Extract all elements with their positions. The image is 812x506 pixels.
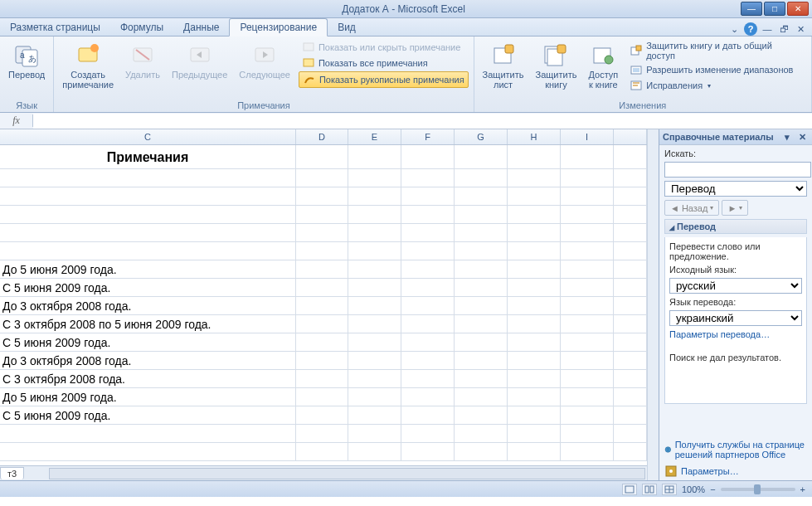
cell[interactable] <box>561 443 614 460</box>
tab-page-layout[interactable]: Разметка страницы <box>0 19 110 36</box>
cell[interactable] <box>348 187 401 205</box>
cell[interactable] <box>508 242 561 260</box>
cell[interactable] <box>614 297 647 314</box>
cell[interactable]: С 5 июня 2009 года. <box>0 333 296 351</box>
cell[interactable] <box>401 315 455 333</box>
cell[interactable] <box>296 406 348 424</box>
share-book-button[interactable]: Доступ к книге <box>585 40 621 91</box>
cell[interactable] <box>614 352 647 369</box>
cell[interactable] <box>348 279 401 296</box>
tab-review[interactable]: Рецензирование <box>229 18 328 36</box>
cell[interactable] <box>348 406 401 424</box>
cell[interactable] <box>508 206 561 223</box>
cell[interactable] <box>614 260 647 278</box>
cell[interactable] <box>614 224 647 241</box>
cell[interactable] <box>348 224 401 241</box>
cell[interactable] <box>296 370 348 387</box>
zoom-slider[interactable] <box>721 488 795 491</box>
cell[interactable] <box>348 315 401 333</box>
cell[interactable] <box>508 352 561 369</box>
col-header-d[interactable]: D <box>296 129 348 144</box>
page-break-view-button[interactable] <box>662 484 677 495</box>
col-header-f[interactable]: F <box>401 129 455 144</box>
cell[interactable] <box>348 297 401 314</box>
cell[interactable] <box>508 315 561 333</box>
doc-restore-button[interactable]: 🗗 <box>777 22 790 36</box>
cell[interactable] <box>401 333 455 351</box>
cell[interactable] <box>296 260 348 278</box>
cell[interactable] <box>0 425 296 442</box>
cell[interactable] <box>401 242 455 260</box>
get-services-link[interactable]: Получить службы на странице решений парт… <box>659 437 812 462</box>
translation-options-link[interactable]: Параметры перевода… <box>669 329 802 339</box>
cell[interactable] <box>401 279 455 296</box>
cell[interactable] <box>348 260 401 278</box>
cell[interactable] <box>508 406 561 424</box>
cell[interactable] <box>455 224 508 241</box>
cell[interactable] <box>561 206 614 223</box>
cell[interactable] <box>455 187 508 205</box>
col-header-c[interactable]: C <box>0 129 296 144</box>
cell[interactable] <box>401 352 455 369</box>
grid[interactable]: ПримечанияДо 5 июня 2009 года.С 5 июня 2… <box>0 145 647 465</box>
nav-back-button[interactable]: ◄ Назад ▾ <box>664 200 719 216</box>
tab-view[interactable]: Вид <box>328 19 366 36</box>
cell[interactable] <box>561 333 614 351</box>
zoom-out-button[interactable]: − <box>710 484 715 494</box>
cell[interactable] <box>296 352 348 369</box>
cell[interactable] <box>614 206 647 223</box>
cell[interactable] <box>401 370 455 387</box>
research-options-link[interactable]: Параметры… <box>659 462 812 480</box>
window-restore-button[interactable]: □ <box>764 2 785 16</box>
cell[interactable] <box>455 206 508 223</box>
cell[interactable] <box>455 145 508 168</box>
cell[interactable] <box>401 145 455 168</box>
source-lang-select[interactable]: русский <box>669 278 802 294</box>
cell[interactable] <box>348 333 401 351</box>
cell[interactable] <box>0 187 296 205</box>
cell[interactable] <box>296 297 348 314</box>
cell[interactable] <box>508 297 561 314</box>
cell[interactable] <box>455 370 508 387</box>
cell[interactable] <box>455 297 508 314</box>
translation-section-header[interactable]: ◢ Перевод <box>664 219 807 234</box>
zoom-level[interactable]: 100% <box>682 484 705 494</box>
cell[interactable] <box>455 260 508 278</box>
cell[interactable] <box>561 187 614 205</box>
cell[interactable] <box>455 315 508 333</box>
cell[interactable] <box>401 443 455 460</box>
cell[interactable] <box>0 242 296 260</box>
cell[interactable] <box>0 169 296 187</box>
cell[interactable] <box>296 206 348 223</box>
cell[interactable] <box>614 145 647 168</box>
cell[interactable] <box>614 443 647 460</box>
cell[interactable] <box>296 169 348 187</box>
cell[interactable] <box>614 279 647 296</box>
cell[interactable] <box>455 406 508 424</box>
cell[interactable] <box>348 443 401 460</box>
cell[interactable] <box>455 388 508 406</box>
horizontal-scrollbar[interactable] <box>49 468 645 479</box>
show-all-comments-button[interactable]: Показать все примечания <box>299 56 469 71</box>
cell[interactable] <box>455 242 508 260</box>
cell[interactable] <box>401 297 455 314</box>
header-cell[interactable]: Примечания <box>0 145 296 169</box>
cell[interactable] <box>296 333 348 351</box>
cell[interactable] <box>348 352 401 369</box>
cell[interactable] <box>348 169 401 187</box>
taskpane-close-icon[interactable]: ✕ <box>795 130 809 144</box>
cell[interactable] <box>455 352 508 369</box>
cell[interactable] <box>561 315 614 333</box>
cell[interactable] <box>401 206 455 223</box>
formula-input[interactable] <box>33 114 812 129</box>
window-close-button[interactable]: ✕ <box>787 2 809 16</box>
cell[interactable] <box>296 279 348 296</box>
cell[interactable] <box>561 279 614 296</box>
cell[interactable] <box>508 333 561 351</box>
cell[interactable] <box>508 388 561 406</box>
vertical-scrollbar[interactable] <box>647 129 659 480</box>
cell[interactable] <box>614 315 647 333</box>
cell[interactable] <box>296 242 348 260</box>
cell[interactable] <box>296 315 348 333</box>
cell[interactable] <box>401 406 455 424</box>
